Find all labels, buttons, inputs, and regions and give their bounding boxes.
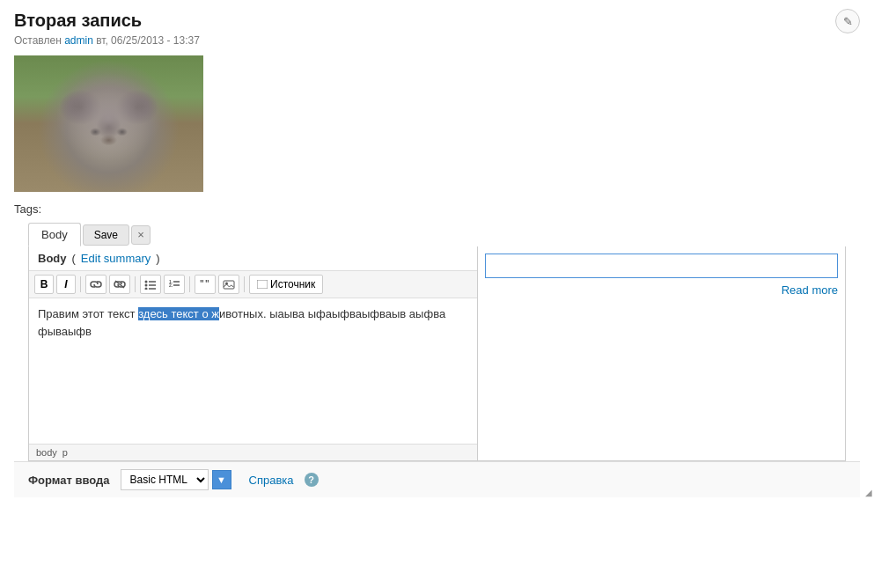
- tab-bar: Body Save ×: [28, 223, 846, 246]
- author-link[interactable]: admin: [64, 34, 93, 47]
- link-icon: [90, 279, 102, 290]
- source-button[interactable]: Источник: [249, 275, 323, 294]
- svg-point-3: [145, 284, 148, 287]
- svg-point-5: [145, 288, 148, 290]
- read-more-link[interactable]: Read more: [782, 283, 838, 297]
- right-panel-input[interactable]: [485, 254, 838, 278]
- ul-icon: [144, 279, 157, 290]
- tab-close-button[interactable]: ×: [131, 225, 151, 245]
- bold-button[interactable]: B: [34, 275, 54, 294]
- svg-text:2.: 2.: [169, 283, 173, 288]
- content-before: Правим этот текст: [38, 307, 138, 320]
- toolbar-sep-4: [244, 276, 245, 292]
- body-label-row: Body ( Edit summary ): [29, 246, 477, 271]
- svg-text:": ": [205, 279, 209, 289]
- post-title: Вторая запись: [14, 11, 860, 31]
- help-icon[interactable]: ?: [305, 473, 319, 487]
- toolbar-sep-2: [135, 276, 136, 292]
- edit-summary-prefix: (: [72, 252, 76, 265]
- format-select[interactable]: Basic HTML: [121, 469, 209, 490]
- svg-point-1: [145, 281, 148, 283]
- ol-icon: 1. 2.: [168, 279, 180, 290]
- koala-image: [14, 55, 203, 192]
- unlink-button[interactable]: [109, 275, 130, 294]
- blockquote-icon: " ": [199, 279, 211, 290]
- edit-summary-suffix: ): [156, 252, 159, 265]
- editor-statusbar: body p ◢: [29, 444, 477, 460]
- blockquote-button[interactable]: " ": [195, 275, 216, 294]
- content-area: ✎ Вторая запись Оставлен admin вт, 06/25…: [0, 0, 874, 497]
- svg-text:": ": [200, 279, 204, 289]
- editor-right: Read more: [478, 246, 845, 460]
- post-meta: Оставлен admin вт, 06/25/2013 - 13:37: [14, 34, 860, 47]
- meta-left: Оставлен: [14, 34, 62, 47]
- editor-toolbar: B I: [29, 271, 477, 298]
- format-arrow-button[interactable]: ▼: [212, 470, 231, 489]
- editor-left: Body ( Edit summary ) B I: [29, 246, 478, 460]
- help-link[interactable]: Справка: [249, 474, 294, 487]
- italic-button[interactable]: I: [56, 275, 76, 294]
- svg-rect-15: [257, 280, 268, 289]
- svg-rect-13: [224, 281, 234, 289]
- meta-date: вт, 06/25/2013 - 13:37: [96, 34, 200, 47]
- tab-save-button[interactable]: Save: [83, 224, 129, 246]
- ul-button[interactable]: [140, 275, 161, 294]
- toolbar-sep-1: [80, 276, 81, 292]
- edit-pencil-button[interactable]: ✎: [835, 9, 860, 33]
- image-button[interactable]: [218, 275, 239, 294]
- resize-handle[interactable]: ◢: [863, 487, 874, 497]
- tab-body[interactable]: Body: [28, 223, 81, 246]
- editor-container: Body ( Edit summary ) B I: [28, 246, 846, 461]
- format-label: Формат ввода: [28, 474, 110, 487]
- toolbar-sep-3: [189, 276, 190, 292]
- body-label: Body: [38, 252, 67, 265]
- edit-summary-link[interactable]: Edit summary: [81, 252, 151, 265]
- statusbar-p: p: [62, 447, 68, 458]
- format-select-wrapper: Basic HTML ▼: [121, 469, 231, 490]
- page-wrapper: ✎ Вторая запись Оставлен admin вт, 06/25…: [0, 0, 874, 588]
- tags-label: Tags:: [14, 202, 41, 216]
- editor-content[interactable]: Правим этот текст здесь текст о животных…: [29, 298, 477, 444]
- post-image: [14, 55, 203, 192]
- right-panel: Read more: [478, 246, 845, 290]
- ol-button[interactable]: 1. 2.: [164, 275, 185, 294]
- tags-line: Tags:: [14, 202, 860, 216]
- selected-text: здесь текст о ж: [138, 307, 219, 320]
- link-button[interactable]: [85, 275, 106, 294]
- statusbar-body: body: [36, 447, 57, 458]
- source-icon: [257, 280, 268, 289]
- image-icon: [223, 279, 235, 290]
- unlink-icon: [114, 279, 126, 290]
- editor-section: Body Save × Body ( Edit summary ): [14, 223, 860, 461]
- format-row: Формат ввода Basic HTML ▼ Справка ?: [14, 461, 860, 497]
